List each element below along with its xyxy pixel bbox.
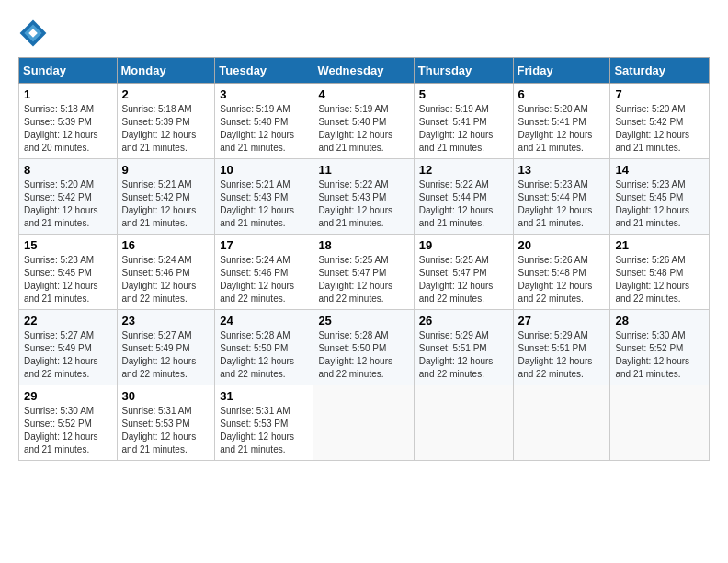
day-header-wednesday: Wednesday	[313, 58, 414, 84]
day-number: 25	[318, 314, 408, 327]
calendar-cell: 29Sunrise: 5:30 AM Sunset: 5:52 PM Dayli…	[19, 385, 118, 461]
day-info: Sunrise: 5:19 AM Sunset: 5:40 PM Dayligh…	[220, 103, 308, 155]
day-header-tuesday: Tuesday	[215, 58, 313, 84]
calendar-cell: 11Sunrise: 5:22 AM Sunset: 5:43 PM Dayli…	[313, 159, 414, 235]
week-row-5: 29Sunrise: 5:30 AM Sunset: 5:52 PM Dayli…	[19, 385, 710, 461]
calendar-cell: 4Sunrise: 5:19 AM Sunset: 5:40 PM Daylig…	[313, 84, 414, 159]
calendar-cell: 2Sunrise: 5:18 AM Sunset: 5:39 PM Daylig…	[117, 84, 215, 159]
day-number: 11	[318, 163, 408, 177]
calendar-cell: 31Sunrise: 5:31 AM Sunset: 5:53 PM Dayli…	[215, 385, 313, 461]
calendar-cell	[610, 385, 710, 461]
day-number: 5	[419, 87, 508, 101]
day-info: Sunrise: 5:29 AM Sunset: 5:51 PM Dayligh…	[419, 329, 508, 381]
calendar-cell: 26Sunrise: 5:29 AM Sunset: 5:51 PM Dayli…	[414, 310, 513, 385]
calendar-cell	[414, 385, 513, 461]
day-info: Sunrise: 5:31 AM Sunset: 5:53 PM Dayligh…	[220, 405, 308, 456]
day-header-sunday: Sunday	[19, 58, 118, 84]
day-info: Sunrise: 5:23 AM Sunset: 5:44 PM Dayligh…	[518, 178, 606, 230]
calendar-cell: 1Sunrise: 5:18 AM Sunset: 5:39 PM Daylig…	[19, 84, 118, 159]
day-header-monday: Monday	[117, 58, 215, 84]
calendar-cell: 9Sunrise: 5:21 AM Sunset: 5:42 PM Daylig…	[117, 159, 215, 235]
day-info: Sunrise: 5:19 AM Sunset: 5:41 PM Dayligh…	[419, 103, 508, 155]
day-header-friday: Friday	[513, 58, 610, 84]
day-number: 3	[220, 87, 308, 101]
calendar-cell	[513, 385, 610, 461]
day-number: 14	[615, 163, 704, 177]
week-row-3: 15Sunrise: 5:23 AM Sunset: 5:45 PM Dayli…	[19, 235, 710, 310]
calendar-cell	[313, 385, 414, 461]
day-info: Sunrise: 5:24 AM Sunset: 5:46 PM Dayligh…	[220, 254, 308, 305]
day-info: Sunrise: 5:19 AM Sunset: 5:40 PM Dayligh…	[318, 103, 408, 155]
calendar-cell: 3Sunrise: 5:19 AM Sunset: 5:40 PM Daylig…	[215, 84, 313, 159]
calendar-body: 1Sunrise: 5:18 AM Sunset: 5:39 PM Daylig…	[19, 84, 710, 461]
calendar-cell: 10Sunrise: 5:21 AM Sunset: 5:43 PM Dayli…	[215, 159, 313, 235]
day-number: 7	[615, 87, 704, 101]
day-number: 15	[24, 238, 112, 252]
calendar-cell: 18Sunrise: 5:25 AM Sunset: 5:47 PM Dayli…	[313, 235, 414, 310]
day-info: Sunrise: 5:27 AM Sunset: 5:49 PM Dayligh…	[24, 329, 112, 381]
calendar-cell: 27Sunrise: 5:29 AM Sunset: 5:51 PM Dayli…	[513, 310, 610, 385]
calendar-cell: 25Sunrise: 5:28 AM Sunset: 5:50 PM Dayli…	[313, 310, 414, 385]
logo-icon	[18, 18, 48, 48]
day-number: 23	[122, 314, 210, 327]
calendar-cell: 22Sunrise: 5:27 AM Sunset: 5:49 PM Dayli…	[19, 310, 118, 385]
calendar-cell: 20Sunrise: 5:26 AM Sunset: 5:48 PM Dayli…	[513, 235, 610, 310]
day-number: 28	[615, 314, 704, 327]
week-row-1: 1Sunrise: 5:18 AM Sunset: 5:39 PM Daylig…	[19, 84, 710, 159]
calendar-cell: 13Sunrise: 5:23 AM Sunset: 5:44 PM Dayli…	[513, 159, 610, 235]
day-number: 9	[122, 163, 210, 177]
day-info: Sunrise: 5:20 AM Sunset: 5:42 PM Dayligh…	[615, 103, 704, 155]
day-header-thursday: Thursday	[414, 58, 513, 84]
week-row-4: 22Sunrise: 5:27 AM Sunset: 5:49 PM Dayli…	[19, 310, 710, 385]
calendar-cell: 7Sunrise: 5:20 AM Sunset: 5:42 PM Daylig…	[610, 84, 710, 159]
calendar-cell: 14Sunrise: 5:23 AM Sunset: 5:45 PM Dayli…	[610, 159, 710, 235]
logo	[18, 18, 51, 48]
day-info: Sunrise: 5:27 AM Sunset: 5:49 PM Dayligh…	[122, 329, 210, 381]
day-info: Sunrise: 5:28 AM Sunset: 5:50 PM Dayligh…	[220, 329, 308, 381]
day-number: 16	[122, 238, 210, 252]
calendar-cell: 19Sunrise: 5:25 AM Sunset: 5:47 PM Dayli…	[414, 235, 513, 310]
day-number: 20	[518, 238, 606, 252]
day-number: 30	[122, 389, 210, 403]
calendar-cell: 12Sunrise: 5:22 AM Sunset: 5:44 PM Dayli…	[414, 159, 513, 235]
day-info: Sunrise: 5:30 AM Sunset: 5:52 PM Dayligh…	[615, 329, 704, 381]
calendar-header: SundayMondayTuesdayWednesdayThursdayFrid…	[19, 58, 710, 84]
day-number: 27	[518, 314, 606, 327]
day-number: 18	[318, 238, 408, 252]
calendar-table: SundayMondayTuesdayWednesdayThursdayFrid…	[18, 57, 710, 461]
day-info: Sunrise: 5:18 AM Sunset: 5:39 PM Dayligh…	[24, 103, 112, 155]
day-number: 26	[419, 314, 508, 327]
day-info: Sunrise: 5:29 AM Sunset: 5:51 PM Dayligh…	[518, 329, 606, 381]
day-info: Sunrise: 5:20 AM Sunset: 5:41 PM Dayligh…	[518, 103, 606, 155]
day-number: 6	[518, 87, 606, 101]
day-info: Sunrise: 5:25 AM Sunset: 5:47 PM Dayligh…	[419, 254, 508, 305]
header-row: SundayMondayTuesdayWednesdayThursdayFrid…	[19, 58, 710, 84]
day-number: 31	[220, 389, 308, 403]
calendar-cell: 23Sunrise: 5:27 AM Sunset: 5:49 PM Dayli…	[117, 310, 215, 385]
header	[18, 18, 710, 48]
day-number: 24	[220, 314, 308, 327]
day-info: Sunrise: 5:22 AM Sunset: 5:44 PM Dayligh…	[419, 178, 508, 230]
day-info: Sunrise: 5:21 AM Sunset: 5:42 PM Dayligh…	[122, 178, 210, 230]
day-info: Sunrise: 5:23 AM Sunset: 5:45 PM Dayligh…	[24, 254, 112, 305]
day-header-saturday: Saturday	[610, 58, 710, 84]
day-number: 13	[518, 163, 606, 177]
calendar-cell: 21Sunrise: 5:26 AM Sunset: 5:48 PM Dayli…	[610, 235, 710, 310]
week-row-2: 8Sunrise: 5:20 AM Sunset: 5:42 PM Daylig…	[19, 159, 710, 235]
day-number: 4	[318, 87, 408, 101]
day-info: Sunrise: 5:25 AM Sunset: 5:47 PM Dayligh…	[318, 254, 408, 305]
calendar-cell: 5Sunrise: 5:19 AM Sunset: 5:41 PM Daylig…	[414, 84, 513, 159]
calendar-cell: 17Sunrise: 5:24 AM Sunset: 5:46 PM Dayli…	[215, 235, 313, 310]
day-number: 19	[419, 238, 508, 252]
calendar-cell: 15Sunrise: 5:23 AM Sunset: 5:45 PM Dayli…	[19, 235, 118, 310]
day-info: Sunrise: 5:18 AM Sunset: 5:39 PM Dayligh…	[122, 103, 210, 155]
day-info: Sunrise: 5:31 AM Sunset: 5:53 PM Dayligh…	[122, 405, 210, 456]
day-info: Sunrise: 5:28 AM Sunset: 5:50 PM Dayligh…	[318, 329, 408, 381]
day-number: 22	[24, 314, 112, 327]
day-info: Sunrise: 5:24 AM Sunset: 5:46 PM Dayligh…	[122, 254, 210, 305]
calendar-cell: 8Sunrise: 5:20 AM Sunset: 5:42 PM Daylig…	[19, 159, 118, 235]
calendar-cell: 24Sunrise: 5:28 AM Sunset: 5:50 PM Dayli…	[215, 310, 313, 385]
day-number: 8	[24, 163, 112, 177]
calendar-cell: 30Sunrise: 5:31 AM Sunset: 5:53 PM Dayli…	[117, 385, 215, 461]
day-number: 12	[419, 163, 508, 177]
